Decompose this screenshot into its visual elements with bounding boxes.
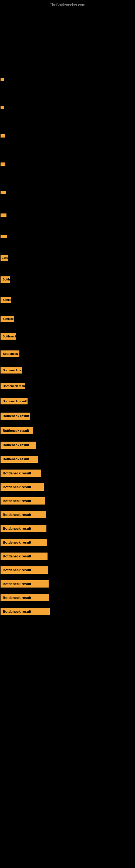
bottleneck-label: Bottleneck result <box>1 456 38 463</box>
list-item: Bottleneck result <box>0 214 135 217</box>
list-item: Bottleneck result <box>0 106 135 109</box>
list-item: Bottleneck result <box>0 442 135 448</box>
list-item: Bottleneck result <box>0 511 135 518</box>
bottleneck-label: Bottleneck result <box>1 333 16 340</box>
list-item: Bottleneck result <box>0 235 135 238</box>
list-item: Bottleneck result <box>0 134 135 137</box>
list-item: Bottleneck result <box>0 469 135 477</box>
bottleneck-label: Bottleneck result <box>1 106 4 109</box>
list-item: Bottleneck result <box>0 398 135 404</box>
bottleneck-items-container: Bottleneck result Bottleneck result Bott… <box>0 8 135 615</box>
bottleneck-label: Bottleneck result <box>1 162 5 166</box>
bottleneck-label: Bottleneck result <box>1 316 14 322</box>
list-item: Bottleneck result <box>0 497 135 504</box>
bottleneck-label: Bottleneck result <box>1 297 11 303</box>
list-item: Bottleneck result <box>0 255 135 261</box>
list-item: Bottleneck result <box>0 191 135 194</box>
bottleneck-label: Bottleneck result <box>1 367 22 373</box>
bottleneck-label: Bottleneck result <box>1 442 36 448</box>
bottleneck-label: Bottleneck result <box>1 525 46 532</box>
bottleneck-label: Bottleneck result <box>1 539 47 546</box>
bottleneck-label: Bottleneck result <box>1 134 5 137</box>
bottleneck-label: Bottleneck result <box>1 484 44 491</box>
site-title: TheBottlenecker.com <box>0 0 135 8</box>
bottleneck-label: Bottleneck result <box>1 255 8 261</box>
bottleneck-label: Bottleneck result <box>1 594 49 601</box>
list-item: Bottleneck result <box>0 608 135 615</box>
bottleneck-label: Bottleneck result <box>1 412 30 420</box>
bottleneck-label: Bottleneck result <box>1 78 4 81</box>
list-item: Bottleneck result <box>0 276 135 283</box>
bottleneck-label: Bottleneck result <box>1 191 6 194</box>
bottleneck-label: Bottleneck result <box>1 553 48 560</box>
bottleneck-label: Bottleneck result <box>1 350 19 357</box>
bottleneck-label: Bottleneck result <box>1 235 7 238</box>
list-item: Bottleneck result <box>0 580 135 588</box>
bottleneck-label: Bottleneck result <box>1 580 49 588</box>
bottleneck-label: Bottleneck result <box>1 427 33 434</box>
list-item: Bottleneck result <box>0 316 135 322</box>
bottleneck-label: Bottleneck result <box>1 511 46 518</box>
bottleneck-label: Bottleneck result <box>1 276 10 283</box>
list-item: Bottleneck result <box>0 539 135 546</box>
list-item: Bottleneck result <box>0 525 135 532</box>
list-item: Bottleneck result <box>0 78 135 81</box>
list-item: Bottleneck result <box>0 484 135 491</box>
bottleneck-label: Bottleneck result <box>1 566 48 574</box>
list-item: Bottleneck result <box>0 162 135 166</box>
bottleneck-label: Bottleneck result <box>1 608 50 615</box>
list-item: Bottleneck result <box>0 333 135 340</box>
list-item: Bottleneck result <box>0 367 135 373</box>
list-item: Bottleneck result <box>0 383 135 389</box>
list-item: Bottleneck result <box>0 427 135 434</box>
bottleneck-label: Bottleneck result <box>1 383 25 389</box>
list-item: Bottleneck result <box>0 456 135 463</box>
bottleneck-label: Bottleneck result <box>1 398 28 404</box>
bottleneck-label: Bottleneck result <box>1 469 41 477</box>
bottleneck-label: Bottleneck result <box>1 497 45 504</box>
list-item: Bottleneck result <box>0 553 135 560</box>
list-item: Bottleneck result <box>0 566 135 574</box>
list-item: Bottleneck result <box>0 297 135 303</box>
list-item: Bottleneck result <box>0 594 135 601</box>
list-item: Bottleneck result <box>0 350 135 357</box>
list-item: Bottleneck result <box>0 412 135 420</box>
bottleneck-label: Bottleneck result <box>1 214 6 217</box>
